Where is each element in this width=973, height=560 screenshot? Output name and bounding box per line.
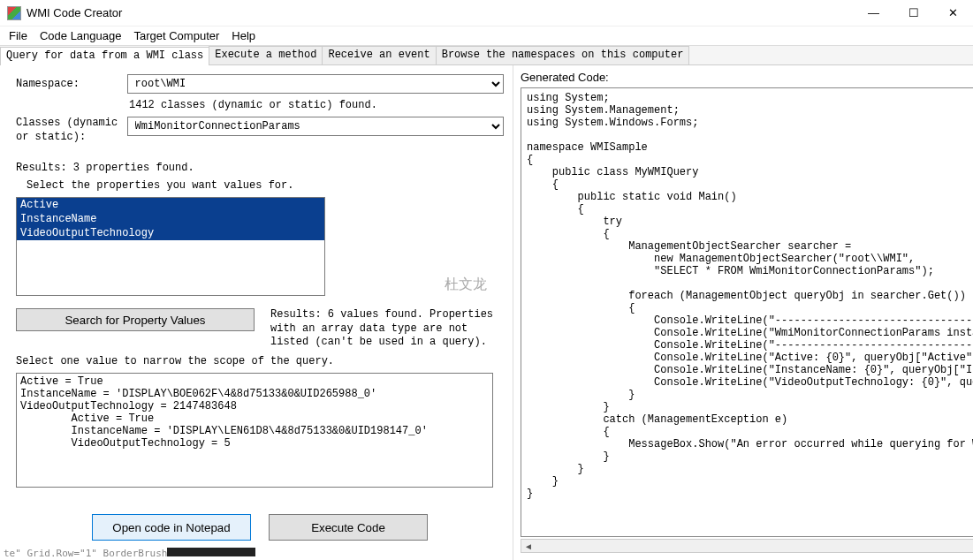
select-properties-line: Select the properties you want values fo… bbox=[16, 179, 504, 192]
tab-browse-namespaces[interactable]: Browse the namespaces on this computer bbox=[436, 46, 690, 64]
bottom-buttons: Open code in Notepad Execute Code bbox=[16, 514, 504, 551]
list-item[interactable]: VideoOutputTechnology bbox=[17, 226, 324, 240]
menu-code-language[interactable]: Code Language bbox=[40, 29, 122, 42]
tab-query[interactable]: Query for data from a WMI class bbox=[0, 47, 209, 65]
minimize-button[interactable]: — bbox=[854, 0, 893, 26]
values-textarea[interactable] bbox=[16, 373, 493, 488]
tabstrip: Query for data from a WMI class Execute … bbox=[0, 46, 973, 65]
titlebar: WMI Code Creator — ☐ ✕ bbox=[0, 0, 973, 26]
select-value-line: Select one value to narrow the scope of … bbox=[16, 355, 504, 367]
footer-strip: te" Grid.Row="1" BorderBrush bbox=[0, 547, 259, 560]
open-in-notepad-button[interactable]: Open code in Notepad bbox=[92, 514, 251, 541]
horizontal-scrollbar[interactable]: ◄ ► bbox=[521, 539, 973, 553]
left-panel: Namespace: root\WMI 1412 classes (dynami… bbox=[0, 65, 513, 560]
menu-help[interactable]: Help bbox=[232, 29, 255, 42]
generated-code-label: Generated Code: bbox=[521, 71, 973, 84]
namespace-select[interactable]: root\WMI bbox=[127, 74, 504, 94]
results-values-line: Results: 6 values found. Properties with… bbox=[270, 308, 504, 350]
execute-code-button[interactable]: Execute Code bbox=[269, 514, 428, 541]
search-property-values-button[interactable]: Search for Property Values bbox=[16, 308, 255, 331]
window-controls: — ☐ ✕ bbox=[854, 0, 973, 26]
app-icon bbox=[7, 6, 21, 20]
results-properties-line: Results: 3 properties found. bbox=[16, 162, 504, 174]
window-title: WMI Code Creator bbox=[27, 6, 854, 19]
classes-label: Classes (dynamic or static): bbox=[16, 117, 120, 144]
properties-listbox[interactable]: Active InstanceName VideoOutputTechnolog… bbox=[16, 197, 325, 296]
tab-execute-method[interactable]: Execute a method bbox=[209, 46, 323, 64]
classes-select[interactable]: WmiMonitorConnectionParams bbox=[127, 117, 504, 136]
list-item[interactable]: Active bbox=[17, 198, 324, 212]
list-item[interactable]: InstanceName bbox=[17, 212, 324, 226]
generated-code-box[interactable]: using System; using System.Management; u… bbox=[521, 87, 973, 537]
close-button[interactable]: ✕ bbox=[933, 0, 973, 26]
classes-row: Classes (dynamic or static): WmiMonitorC… bbox=[16, 117, 504, 144]
namespace-label: Namespace: bbox=[16, 78, 120, 90]
menu-target-computer[interactable]: Target Computer bbox=[133, 29, 219, 42]
scroll-left-icon[interactable]: ◄ bbox=[521, 540, 536, 552]
search-row: Search for Property Values Results: 6 va… bbox=[16, 308, 504, 350]
tab-receive-event[interactable]: Receive an event bbox=[322, 46, 436, 64]
menu-file[interactable]: File bbox=[9, 29, 27, 42]
namespace-row: Namespace: root\WMI bbox=[16, 74, 504, 94]
content-area: Namespace: root\WMI 1412 classes (dynami… bbox=[0, 65, 973, 560]
maximize-button[interactable]: ☐ bbox=[893, 0, 933, 26]
classes-count-line: 1412 classes (dynamic or static) found. bbox=[16, 99, 504, 111]
right-panel: Generated Code: using System; using Syst… bbox=[513, 65, 973, 560]
menubar: File Code Language Target Computer Help bbox=[0, 26, 973, 46]
